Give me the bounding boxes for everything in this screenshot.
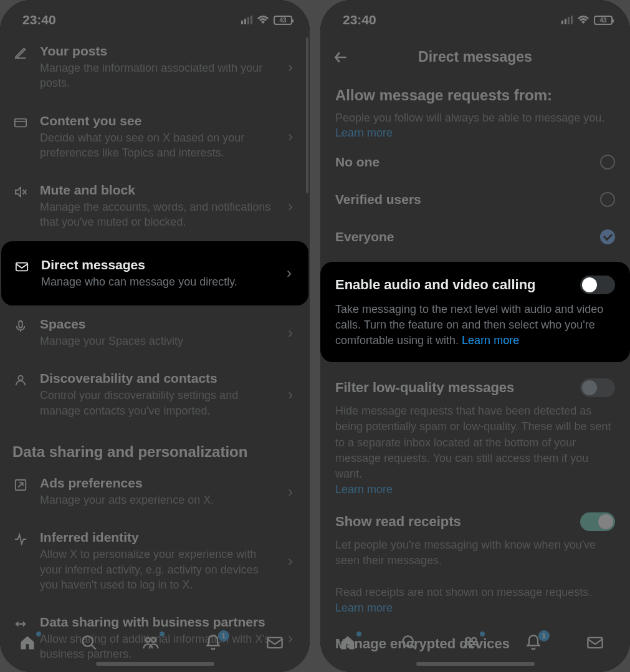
item-title: Inferred identity — [40, 530, 272, 545]
learn-more-link[interactable]: Learn more — [335, 483, 393, 496]
receipts-title: Show read receipts — [335, 514, 461, 530]
radio-verified-users[interactable]: Verified users — [320, 181, 630, 218]
learn-more-link[interactable]: Learn more — [335, 602, 393, 614]
svg-rect-4 — [15, 118, 26, 127]
notification-badge: 1 — [218, 630, 229, 641]
allow-requests-sub: People you follow will always be able to… — [335, 112, 604, 124]
cellular-icon — [241, 16, 252, 24]
chevron-right-icon: › — [284, 324, 297, 342]
nav-messages[interactable] — [586, 634, 611, 651]
filter-title: Filter low-quality messages — [335, 380, 514, 396]
receipts-desc1: Let people you're messaging with know wh… — [335, 539, 596, 567]
receipts-row: Show read receipts — [320, 502, 630, 536]
nav-messages[interactable] — [266, 634, 291, 651]
filter-desc: Hide message requests that have been det… — [335, 405, 611, 480]
item-title: Content you see — [40, 113, 272, 128]
battery-icon: 43 — [274, 16, 292, 25]
calling-title: Enable audio and video calling — [335, 277, 536, 293]
settings-item-mute-block[interactable]: Mute and block Manage the accounts, word… — [0, 171, 310, 241]
external-link-icon — [12, 476, 29, 492]
settings-item-direct-messages[interactable]: Direct messages Manage who can message y… — [1, 241, 308, 305]
svg-point-25 — [472, 638, 477, 642]
nav-search[interactable] — [401, 634, 426, 651]
item-desc: Control your discoverability settings an… — [40, 388, 272, 418]
bottom-nav: 1 — [320, 625, 630, 661]
contacts-icon — [12, 371, 29, 387]
svg-rect-21 — [571, 16, 573, 24]
status-time: 23:40 — [22, 12, 56, 27]
filter-row: Filter low-quality messages — [320, 368, 630, 402]
mute-icon — [12, 183, 29, 199]
svg-rect-8 — [16, 262, 27, 271]
nav-notifications[interactable]: 1 — [525, 634, 550, 651]
pencil-icon — [12, 44, 29, 60]
nav-search[interactable] — [80, 634, 105, 651]
receipts-toggle[interactable] — [580, 512, 615, 531]
radio-no-one[interactable]: No one — [320, 143, 630, 181]
chevron-right-icon: › — [284, 59, 297, 76]
chevron-right-icon: › — [282, 264, 296, 282]
radio-checked-icon — [600, 229, 615, 244]
svg-rect-2 — [247, 17, 249, 24]
nav-communities[interactable] — [142, 634, 167, 651]
item-title: Mute and block — [40, 183, 272, 198]
activity-icon — [12, 530, 29, 546]
nav-communities[interactable] — [462, 634, 487, 651]
microphone-icon — [12, 317, 29, 333]
page-header: Direct messages — [320, 32, 630, 75]
settings-item-discoverability[interactable]: Discoverability and contacts Control you… — [0, 360, 310, 430]
settings-item-spaces[interactable]: Spaces Manage your Spaces activity › — [0, 305, 310, 360]
svg-rect-18 — [561, 21, 563, 24]
item-title: Discoverability and contacts — [40, 371, 272, 386]
svg-point-16 — [152, 638, 156, 642]
svg-point-24 — [466, 638, 470, 642]
learn-more-link[interactable]: Learn more — [462, 334, 519, 347]
status-time: 23:40 — [343, 12, 376, 27]
notification-badge: 1 — [538, 630, 550, 641]
home-indicator[interactable] — [96, 662, 214, 666]
svg-rect-26 — [588, 638, 603, 648]
card-icon — [12, 113, 29, 130]
radio-icon — [600, 192, 615, 207]
svg-rect-0 — [241, 21, 243, 24]
svg-rect-9 — [19, 321, 22, 328]
wifi-icon — [257, 16, 269, 24]
chevron-right-icon: › — [284, 483, 297, 501]
section-heading: Data sharing and personalization — [0, 430, 310, 464]
settings-item-inferred-identity[interactable]: Inferred identity Allow X to personalize… — [0, 519, 310, 603]
receipts-desc2: Read receipts are not shown on message r… — [335, 586, 591, 598]
svg-rect-1 — [244, 19, 246, 24]
nav-home[interactable] — [339, 634, 364, 651]
learn-more-link[interactable]: Learn more — [335, 127, 393, 139]
item-desc: Manage your Spaces activity — [40, 334, 272, 348]
home-indicator[interactable] — [416, 662, 535, 666]
chevron-right-icon: › — [284, 552, 297, 570]
svg-rect-17 — [268, 638, 282, 648]
settings-item-ads[interactable]: Ads preferences Manage your ads experien… — [0, 464, 310, 519]
item-title: Direct messages — [41, 257, 271, 272]
radio-icon — [600, 155, 615, 170]
svg-rect-20 — [568, 17, 570, 24]
item-title: Your posts — [40, 44, 272, 59]
item-desc: Manage the accounts, words, and notifica… — [40, 199, 272, 230]
cellular-icon — [561, 16, 573, 24]
bottom-nav: 1 — [0, 625, 310, 661]
calling-toggle[interactable] — [580, 276, 615, 294]
svg-rect-19 — [565, 19, 566, 24]
settings-item-your-posts[interactable]: Your posts Manage the information associ… — [0, 32, 310, 102]
svg-point-11 — [18, 376, 22, 380]
left-phone-screen: 23:40 43 Your posts Manage the informati… — [0, 0, 310, 672]
scrollbar[interactable] — [306, 37, 308, 193]
item-desc: Manage who can message you directly. — [41, 274, 271, 289]
radio-everyone[interactable]: Everyone — [320, 218, 630, 256]
status-bar: 23:40 43 — [0, 0, 310, 32]
settings-item-content-you-see[interactable]: Content you see Decide what you see on X… — [0, 102, 310, 172]
filter-toggle[interactable] — [580, 378, 615, 397]
item-desc: Manage your ads experience on X. — [40, 492, 272, 507]
nav-home[interactable] — [19, 634, 44, 651]
item-title: Spaces — [40, 317, 272, 332]
battery-icon: 43 — [594, 16, 613, 25]
nav-notifications[interactable]: 1 — [204, 634, 229, 651]
page-title: Direct messages — [333, 49, 618, 65]
chevron-right-icon: › — [284, 386, 297, 403]
